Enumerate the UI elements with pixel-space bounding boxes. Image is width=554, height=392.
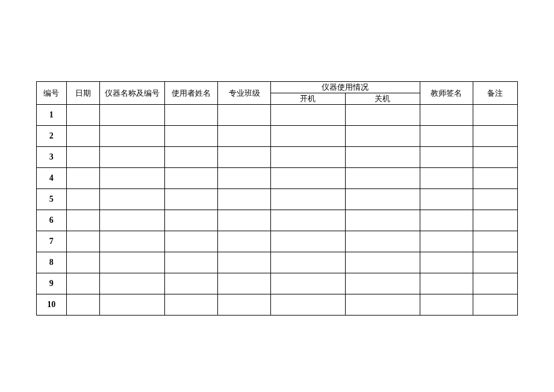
cell-sign — [420, 273, 473, 294]
table-header: 编号 日期 仪器名称及编号 使用者姓名 专业班级 仪器使用情况 教师签名 备注 … — [37, 82, 518, 105]
cell-instrument — [100, 231, 165, 252]
cell-off — [345, 105, 420, 126]
cell-note — [473, 210, 517, 231]
cell-class — [218, 126, 271, 147]
header-num: 编号 — [37, 82, 67, 105]
cell-user — [165, 126, 218, 147]
cell-off — [345, 189, 420, 210]
cell-off — [345, 252, 420, 273]
header-sign: 教师签名 — [420, 82, 473, 105]
table-row: 6 — [37, 210, 518, 231]
table-row: 7 — [37, 231, 518, 252]
cell-on — [271, 189, 346, 210]
cell-on — [271, 147, 346, 168]
cell-user — [165, 294, 218, 316]
cell-user — [165, 273, 218, 294]
header-user: 使用者姓名 — [165, 82, 218, 105]
cell-date — [66, 273, 100, 294]
cell-class — [218, 294, 271, 316]
cell-on — [271, 126, 346, 147]
cell-class — [218, 168, 271, 189]
cell-sign — [420, 147, 473, 168]
cell-on — [271, 231, 346, 252]
cell-date — [66, 105, 100, 126]
cell-off — [345, 147, 420, 168]
cell-num: 10 — [37, 294, 67, 316]
cell-date — [66, 168, 100, 189]
cell-on — [271, 210, 346, 231]
cell-num: 1 — [37, 105, 67, 126]
header-usage-off: 关机 — [345, 93, 420, 105]
cell-on — [271, 294, 346, 316]
cell-instrument — [100, 105, 165, 126]
cell-user — [165, 105, 218, 126]
table-row: 4 — [37, 168, 518, 189]
cell-instrument — [100, 168, 165, 189]
cell-num: 5 — [37, 189, 67, 210]
cell-note — [473, 147, 517, 168]
cell-off — [345, 126, 420, 147]
cell-sign — [420, 126, 473, 147]
cell-note — [473, 231, 517, 252]
cell-instrument — [100, 126, 165, 147]
cell-num: 7 — [37, 231, 67, 252]
cell-num: 3 — [37, 147, 67, 168]
header-date: 日期 — [66, 82, 100, 105]
table-row: 5 — [37, 189, 518, 210]
cell-note — [473, 273, 517, 294]
header-usage-group: 仪器使用情况 — [271, 82, 420, 93]
instrument-usage-log-table: 编号 日期 仪器名称及编号 使用者姓名 专业班级 仪器使用情况 教师签名 备注 … — [36, 81, 518, 316]
cell-sign — [420, 294, 473, 316]
cell-off — [345, 168, 420, 189]
cell-on — [271, 252, 346, 273]
cell-instrument — [100, 147, 165, 168]
cell-num: 2 — [37, 126, 67, 147]
cell-off — [345, 273, 420, 294]
table-row: 3 — [37, 147, 518, 168]
cell-num: 6 — [37, 210, 67, 231]
cell-instrument — [100, 273, 165, 294]
cell-sign — [420, 252, 473, 273]
header-class: 专业班级 — [218, 82, 271, 105]
table-row: 10 — [37, 294, 518, 316]
cell-note — [473, 294, 517, 316]
cell-class — [218, 147, 271, 168]
table-row: 9 — [37, 273, 518, 294]
cell-note — [473, 252, 517, 273]
cell-off — [345, 210, 420, 231]
cell-date — [66, 189, 100, 210]
table-row: 2 — [37, 126, 518, 147]
cell-num: 9 — [37, 273, 67, 294]
cell-instrument — [100, 210, 165, 231]
table-row: 1 — [37, 105, 518, 126]
cell-class — [218, 231, 271, 252]
cell-sign — [420, 189, 473, 210]
cell-num: 4 — [37, 168, 67, 189]
cell-sign — [420, 105, 473, 126]
cell-date — [66, 147, 100, 168]
cell-class — [218, 105, 271, 126]
cell-date — [66, 126, 100, 147]
cell-sign — [420, 231, 473, 252]
cell-on — [271, 273, 346, 294]
cell-class — [218, 252, 271, 273]
cell-sign — [420, 210, 473, 231]
cell-class — [218, 273, 271, 294]
cell-sign — [420, 168, 473, 189]
cell-user — [165, 189, 218, 210]
cell-class — [218, 210, 271, 231]
cell-instrument — [100, 294, 165, 316]
header-note: 备注 — [473, 82, 517, 105]
table-row: 8 — [37, 252, 518, 273]
cell-date — [66, 294, 100, 316]
cell-on — [271, 168, 346, 189]
table-body: 12345678910 — [37, 105, 518, 316]
cell-date — [66, 210, 100, 231]
cell-user — [165, 231, 218, 252]
cell-user — [165, 147, 218, 168]
cell-user — [165, 168, 218, 189]
cell-off — [345, 294, 420, 316]
cell-on — [271, 105, 346, 126]
cell-note — [473, 126, 517, 147]
cell-num: 8 — [37, 252, 67, 273]
